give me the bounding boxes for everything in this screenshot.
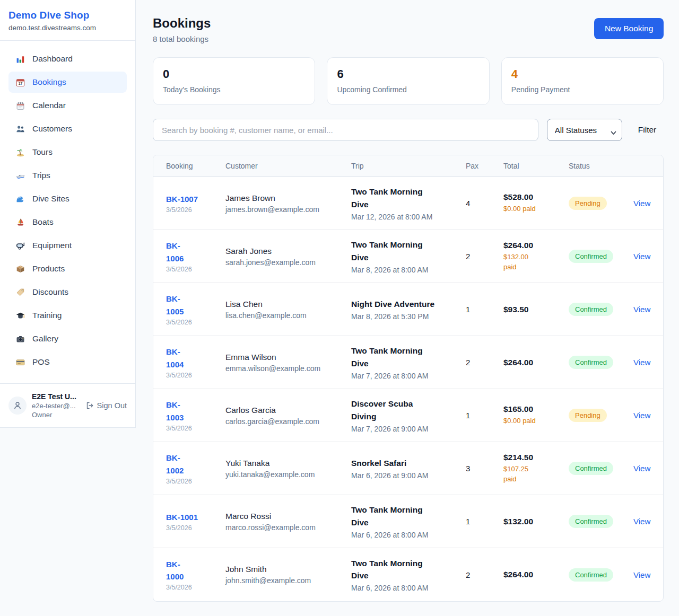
view-link[interactable]: View [633, 252, 650, 261]
booking-link[interactable]: BK- 1003 [166, 399, 200, 424]
trip-name: Two Tank Morning Dive [351, 557, 440, 582]
view-link[interactable]: View [633, 517, 650, 526]
shop-domain: demo.test.divestreams.com [8, 24, 127, 32]
customer-name: Yuki Tanaka [225, 459, 326, 468]
spiral-calendar-icon [15, 101, 25, 110]
actions-cell: View [621, 495, 663, 548]
status-select[interactable]: All Statuses [547, 119, 622, 141]
stat-label: Today's Bookings [163, 85, 305, 94]
sidebar-item-calendar[interactable]: Calendar [8, 95, 127, 116]
stat-card-2: 4Pending Payment [501, 57, 664, 105]
paid-amount: $0.00 paid [503, 204, 543, 214]
camera-icon [15, 334, 25, 344]
wave-icon [15, 194, 25, 204]
sidebar-item-bookings[interactable]: 17Bookings [8, 72, 127, 93]
booking-date: 3/5/2026 [166, 372, 200, 379]
sidebar-item-discounts[interactable]: Discounts [8, 281, 127, 303]
sign-out-button[interactable]: Sign Out [85, 401, 127, 410]
package-icon [15, 264, 25, 274]
total-cell: $528.00$0.00 paid [491, 177, 556, 230]
booking-cell: BK- 10043/5/2026 [153, 336, 213, 389]
booking-cell: BK-10073/5/2026 [153, 177, 213, 230]
sidebar-item-tours[interactable]: Tours [8, 142, 127, 163]
sidebar-item-training[interactable]: Training [8, 305, 127, 326]
actions-cell: View [621, 230, 663, 283]
sidebar-item-customers[interactable]: Customers [8, 118, 127, 139]
filter-button[interactable]: Filter [631, 125, 664, 135]
filter-row: All Statuses Filter [153, 119, 664, 141]
shop-name: Demo Dive Shop [8, 10, 127, 21]
sidebar-item-products[interactable]: Products [8, 258, 127, 279]
trip-cell: Two Tank Morning DiveMar 7, 2026 at 8:00… [338, 336, 453, 389]
sidebar-item-equipment[interactable]: Equipment [8, 235, 127, 256]
trip-datetime: Mar 6, 2026 at 8:00 AM [351, 584, 440, 592]
view-link[interactable]: View [633, 464, 650, 473]
sidebar-item-dive-sites[interactable]: Dive Sites [8, 188, 127, 209]
pax-value: 4 [466, 199, 478, 208]
island-icon [15, 147, 25, 157]
paid-amount: $0.00 paid [503, 416, 543, 426]
stat-value: 0 [163, 67, 305, 81]
sidebar-item-label: Discounts [32, 287, 68, 297]
sidebar-item-label: POS [32, 357, 50, 367]
status-cell: Pending [556, 177, 621, 230]
actions-cell: View [621, 389, 663, 442]
actions-cell: View [621, 283, 663, 336]
booking-cell: BK- 10003/5/2026 [153, 548, 213, 601]
column-header-customer: Customer [213, 155, 338, 177]
trip-datetime: Mar 12, 2026 at 8:00 AM [351, 213, 440, 221]
booking-cell: BK- 10053/5/2026 [153, 283, 213, 336]
view-link[interactable]: View [633, 358, 650, 367]
stat-value: 4 [511, 67, 654, 81]
total-amount: $264.00 [503, 570, 543, 579]
sidebar-item-boats[interactable]: Boats [8, 212, 127, 233]
new-booking-button[interactable]: New Booking [594, 18, 664, 39]
booking-link[interactable]: BK-1007 [166, 193, 200, 205]
user-role: Owner [32, 411, 80, 419]
booking-link[interactable]: BK-1001 [166, 511, 200, 523]
sidebar-item-pos[interactable]: POS [8, 351, 127, 373]
booking-date: 3/5/2026 [166, 478, 200, 485]
status-badge: Pending [569, 197, 607, 210]
table-row: BK-10013/5/2026Marco Rossimarco.rossi@ex… [153, 495, 663, 548]
customer-email: james.brown@example.com [225, 205, 326, 214]
actions-cell: View [621, 548, 663, 601]
booking-link[interactable]: BK- 1006 [166, 240, 200, 265]
customer-email: marco.rossi@example.com [225, 523, 326, 532]
customer-cell: Emma Wilsonemma.wilson@example.com [213, 336, 338, 389]
graduation-cap-icon [15, 311, 25, 320]
sidebar-item-gallery[interactable]: Gallery [8, 328, 127, 349]
paid-amount: $107.25 paid [503, 464, 543, 485]
booking-date: 3/5/2026 [166, 206, 200, 214]
view-link[interactable]: View [633, 570, 650, 579]
trip-name: Two Tank Morning Dive [351, 186, 440, 210]
total-cell: $93.50 [491, 283, 556, 336]
search-input[interactable] [153, 119, 538, 141]
diving-mask-icon [15, 241, 25, 250]
credit-card-icon [15, 357, 25, 367]
customer-name: James Brown [225, 193, 326, 203]
customer-name: Marco Rossi [225, 512, 326, 521]
customer-cell: Lisa Chenlisa.chen@example.com [213, 283, 338, 336]
view-link[interactable]: View [633, 305, 650, 314]
booking-link[interactable]: BK- 1004 [166, 346, 200, 371]
view-link[interactable]: View [633, 199, 650, 208]
paid-amount: $132.00 paid [503, 252, 543, 272]
status-badge: Confirmed [569, 568, 613, 582]
status-cell: Confirmed [556, 336, 621, 389]
booking-link[interactable]: BK- 1000 [166, 558, 200, 583]
pax-value: 3 [466, 464, 478, 473]
view-link[interactable]: View [633, 411, 650, 420]
sidebar-item-trips[interactable]: Trips [8, 165, 127, 186]
trip-name: Two Tank Morning Dive [351, 504, 440, 529]
total-cell: $165.00$0.00 paid [491, 389, 556, 442]
booking-link[interactable]: BK- 1005 [166, 293, 200, 318]
booking-cell: BK-10013/5/2026 [153, 495, 213, 548]
sidebar-user-section: E2E Test U... e2e-tester@... Owner Sign … [0, 383, 135, 427]
stat-card-1: 6Upcoming Confirmed [327, 57, 489, 105]
total-cell: $264.00 [491, 548, 556, 601]
total-amount: $132.00 [503, 517, 543, 526]
sidebar-item-dashboard[interactable]: Dashboard [8, 48, 127, 69]
booking-link[interactable]: BK- 1002 [166, 452, 200, 477]
table-row: BK- 10003/5/2026John Smithjohn.smith@exa… [153, 548, 663, 601]
